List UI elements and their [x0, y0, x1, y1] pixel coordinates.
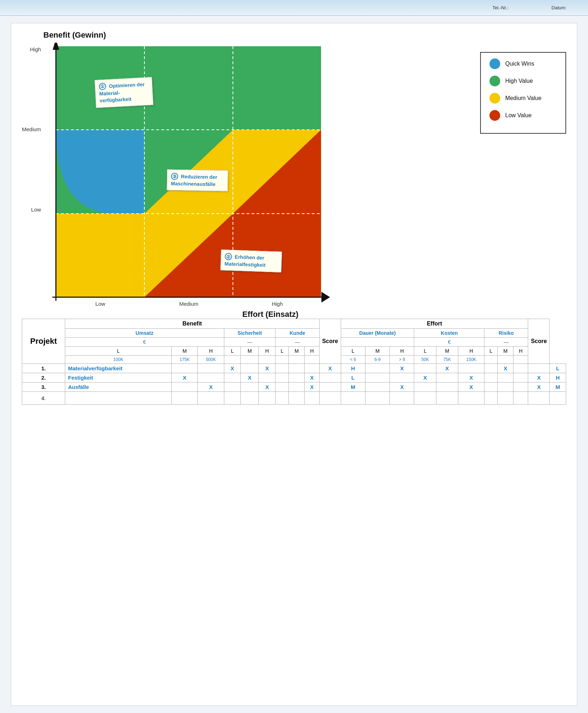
- r3-d-m: X: [390, 382, 414, 392]
- r1-r-m: [513, 364, 528, 373]
- r-h: H: [513, 347, 528, 356]
- dauer-header: Dauer (Monate): [341, 329, 414, 338]
- r1-score-b: H: [341, 364, 365, 373]
- r1-s-m: X: [259, 364, 276, 373]
- r4-k-m: [305, 392, 319, 405]
- x-tick-high: High: [233, 301, 321, 307]
- r4-ko-l: [436, 392, 458, 405]
- r4-s-m: [259, 392, 276, 405]
- s-l: L: [224, 347, 241, 356]
- r4-score-e: [550, 392, 566, 405]
- r4-d-h: [414, 392, 436, 405]
- k-m: M: [289, 347, 305, 356]
- r2-ko-h: [484, 373, 498, 382]
- u-l: L: [65, 347, 172, 356]
- table-row: 3. Ausfälle X X X M: [22, 382, 566, 392]
- r3-ko-l: [436, 382, 458, 392]
- u-m-val: 175K: [172, 356, 198, 364]
- risiko-unit: —: [484, 338, 528, 347]
- ko-h-val: 150K: [458, 356, 484, 364]
- r3-k-m: X: [305, 382, 319, 392]
- r1-k-l: [289, 364, 305, 373]
- x-ticks: Low Medium High: [45, 301, 332, 307]
- kosten-unit: €: [414, 338, 484, 347]
- r1-ko-l: X: [436, 364, 458, 373]
- r4-r-h: [528, 392, 550, 405]
- r2-d-h: X: [414, 373, 436, 382]
- note-2-number: ②: [225, 253, 232, 260]
- r2-d-m: [390, 373, 414, 382]
- d-m-val: 6-9: [365, 356, 390, 364]
- header-row-lmh: L M H L M H L M H L M H L M H L M: [22, 347, 566, 356]
- note-1-number: ①: [99, 83, 106, 90]
- legend-label-high-value: High Value: [505, 78, 533, 84]
- x-tick-medium: Medium: [144, 301, 233, 307]
- r3-k-l: [289, 382, 305, 392]
- sicherheit-unit: —: [224, 338, 276, 347]
- legend-item-medium-value: Medium Value: [489, 93, 557, 104]
- legend-item-quick-wins: Quick Wins: [489, 58, 557, 69]
- row-2-name: Festigkeit: [65, 373, 172, 382]
- r2-k-m: X: [305, 373, 319, 382]
- r2-k-l: [289, 373, 305, 382]
- note-3: ③ Reduzieren der Maschinenausfälle: [167, 170, 228, 191]
- r-l-val: [484, 356, 498, 364]
- r3-score-b: M: [341, 382, 365, 392]
- score-e-header: Score: [528, 319, 550, 364]
- r1-r-h: [528, 364, 550, 373]
- ko-l-val: 50K: [414, 356, 436, 364]
- r2-score-e: H: [550, 373, 566, 382]
- r4-s-h: [276, 392, 289, 405]
- d-h-val: > 9: [390, 356, 414, 364]
- u-m: M: [172, 347, 198, 356]
- umsatz-unit: €: [65, 338, 224, 347]
- r2-s-l: X: [241, 373, 259, 382]
- r3-u-h: [224, 382, 241, 392]
- datum-label: Datum:: [551, 5, 567, 10]
- r3-s-l: [241, 382, 259, 392]
- y-tick-medium: Medium: [22, 126, 41, 132]
- s-h: H: [259, 347, 276, 356]
- note-1-text: Optimieren der Material-verfügbarkeit: [99, 81, 145, 104]
- r4-d-l: [365, 392, 390, 405]
- row-4-name: [65, 392, 172, 405]
- header-row-1: Projekt Benefit Score Effort Score: [22, 319, 566, 329]
- r4-ko-h: [484, 392, 498, 405]
- u-h: H: [198, 347, 224, 356]
- umsatz-header: Umsatz: [65, 329, 224, 338]
- r2-score-b: L: [341, 373, 365, 382]
- ko-m-val: 75K: [436, 356, 458, 364]
- r2-ko-m: X: [458, 373, 484, 382]
- r2-d-l: [365, 373, 390, 382]
- y-axis-title: Benefit (Gewinn): [43, 30, 459, 40]
- header-row-values: 100K 175K 500K < 6 6-9 > 9 50K 75K 150K: [22, 356, 566, 364]
- kunde-header: Kunde: [276, 329, 319, 338]
- r2-s-h: [276, 373, 289, 382]
- r2-r-h: X: [528, 373, 550, 382]
- effort-header: Effort: [341, 319, 528, 329]
- s-m: M: [241, 347, 259, 356]
- legend-circle-low-value: [489, 110, 500, 121]
- x-tick-low: Low: [56, 301, 144, 307]
- r1-ko-m: [458, 364, 484, 373]
- d-h: H: [390, 347, 414, 356]
- r4-u-h: [224, 392, 241, 405]
- u-l-val: 100K: [65, 356, 172, 364]
- risiko-header: Risiko: [484, 329, 528, 338]
- table-row: 4.: [22, 392, 566, 405]
- row-1-number: 1.: [22, 364, 65, 373]
- k-m-val: [289, 356, 305, 364]
- kosten-header: Kosten: [414, 329, 484, 338]
- r4-ko-m: [458, 392, 484, 405]
- y-tick-high: High: [30, 46, 41, 52]
- note-2: ② Erhöhen der Materialfestigkeit: [220, 249, 282, 272]
- k-h: H: [305, 347, 319, 356]
- r-h-val: [513, 356, 528, 364]
- s-l-val: [224, 356, 241, 364]
- ko-h: H: [458, 347, 484, 356]
- r2-r-m: [513, 373, 528, 382]
- r1-s-h: [276, 364, 289, 373]
- r1-k-h: X: [319, 364, 341, 373]
- r-m-val: [498, 356, 513, 364]
- row-3-name: Ausfälle: [65, 382, 172, 392]
